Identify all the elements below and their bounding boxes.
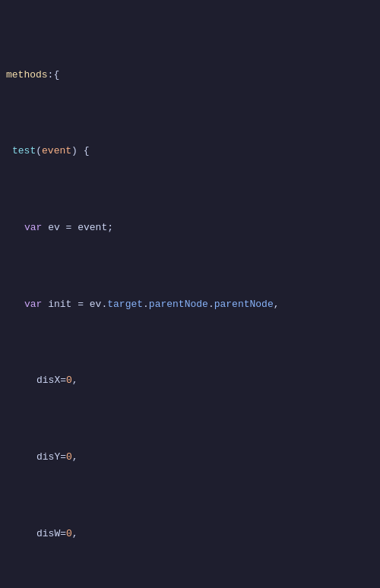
code-token: , [72, 373, 78, 388]
code-token: target [107, 297, 143, 312]
code-token: disX= [36, 373, 66, 388]
code-line: disW=0, [0, 526, 380, 542]
code-line: test(event) { [0, 144, 380, 159]
code-token: , [274, 297, 280, 312]
code-token: test [12, 144, 36, 159]
code-token: disW= [36, 526, 66, 542]
code-token: 0 [66, 373, 72, 388]
code-token: , [72, 526, 78, 542]
code-line: disX=0, [0, 373, 380, 388]
code-token: methods [6, 68, 48, 83]
code-editor: methods:{ test(event) { var ev = event; … [0, 0, 380, 588]
code-token: , [72, 450, 78, 465]
code-token: . [208, 297, 214, 312]
code-line: var ev = event; [0, 220, 380, 236]
code-token: ( [36, 144, 42, 159]
code-token: ev = event; [42, 220, 113, 236]
code-token: 0 [66, 526, 72, 542]
code-token: 0 [66, 450, 72, 465]
code-line: disY=0, [0, 450, 380, 465]
code-token: disY= [36, 450, 66, 465]
code-token: parentNode [149, 297, 208, 312]
code-line: var init = ev.target.parentNode.parentNo… [0, 297, 380, 312]
code-token: :{ [48, 68, 60, 83]
code-token: parentNode [214, 297, 274, 312]
code-token: ) { [71, 144, 89, 159]
code-line: methods:{ [0, 68, 380, 83]
code-token: . [143, 297, 149, 312]
code-token: init = ev. [42, 297, 107, 312]
code-token: event [42, 144, 71, 159]
code-token: var [24, 220, 42, 236]
code-token: var [24, 297, 42, 312]
